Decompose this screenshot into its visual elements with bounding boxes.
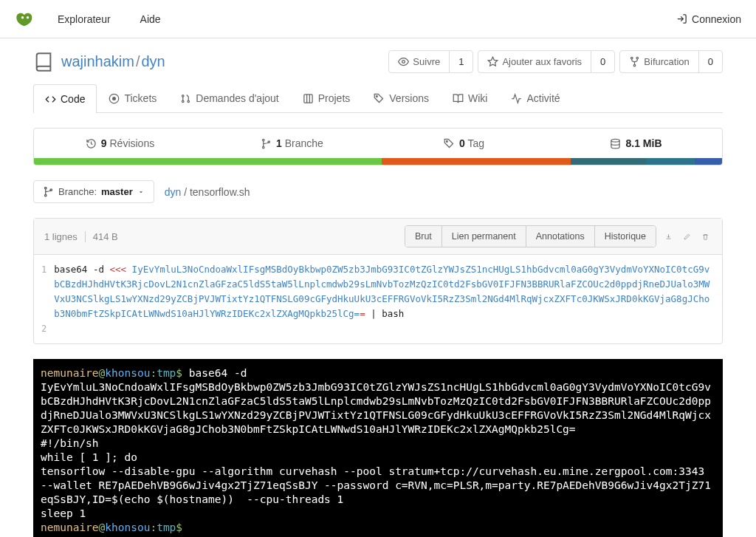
branch-selector[interactable]: Branche: master — [33, 180, 154, 203]
svg-point-8 — [113, 97, 116, 100]
svg-point-6 — [634, 64, 636, 66]
path-file: tensorflow.sh — [190, 186, 250, 198]
login-icon — [676, 13, 687, 24]
eye-icon — [398, 56, 409, 67]
svg-point-19 — [446, 140, 447, 142]
fork-icon — [629, 56, 640, 67]
book-icon — [453, 93, 464, 104]
download-icon[interactable] — [662, 230, 675, 243]
issue-icon — [109, 93, 120, 104]
language-bar — [34, 158, 722, 165]
star-label: Ajouter aux favoris — [502, 56, 582, 67]
gitea-logo[interactable] — [15, 9, 35, 30]
branch-icon — [43, 186, 54, 197]
size-stat: 8.1 MiB — [550, 137, 722, 149]
branch-icon — [261, 138, 272, 149]
tags-stat[interactable]: 0 Tag — [378, 137, 550, 149]
fork-label: Bifurcation — [644, 56, 689, 67]
svg-point-15 — [377, 95, 378, 97]
raw-button[interactable]: Brut — [405, 226, 442, 247]
project-icon — [303, 93, 314, 104]
commits-stat[interactable]: 9 Révisions — [34, 137, 206, 149]
delete-icon[interactable] — [699, 230, 712, 243]
fork-count: 0 — [698, 51, 722, 72]
star-count: 0 — [591, 51, 614, 72]
file-view: 1 lignes 414 B Brut Lien permanent Annot… — [33, 218, 723, 344]
watch-count: 1 — [449, 51, 472, 72]
svg-point-5 — [636, 57, 639, 59]
file-lines: 1 lignes — [44, 231, 86, 242]
login-link[interactable]: Connexion — [676, 13, 741, 25]
terminal-input: IyEvYmluL3NoCndoaWxlIFsgMSBdOyBkbwp0ZW5z… — [41, 381, 711, 435]
svg-point-20 — [611, 139, 619, 142]
tab-projects[interactable]: Projets — [291, 83, 362, 112]
repo-name-link[interactable]: dyn — [142, 53, 165, 69]
repo-owner-link[interactable]: wajinhakim — [61, 53, 134, 69]
activity-icon — [511, 93, 522, 104]
svg-point-10 — [182, 100, 185, 103]
top-nav: Explorateur Aide Connexion — [0, 0, 756, 38]
branch-prefix: Branche: — [58, 186, 97, 197]
permalink-button[interactable]: Lien permanent — [442, 226, 526, 247]
tab-releases[interactable]: Versions — [362, 83, 441, 112]
svg-point-11 — [188, 100, 190, 103]
file-meta: 1 lignes 414 B — [44, 231, 118, 242]
history-icon — [86, 138, 97, 149]
tab-issues[interactable]: Tickets — [97, 83, 168, 112]
repo-stats: 9 Révisions 1 Branche 0 Tag 8.1 MiB — [33, 128, 723, 165]
pull-icon — [180, 93, 191, 104]
tag-icon — [374, 93, 385, 104]
edit-icon[interactable] — [681, 230, 693, 243]
svg-point-4 — [631, 57, 633, 59]
path-root[interactable]: dyn — [165, 186, 182, 198]
database-icon — [610, 138, 621, 149]
watch-button[interactable]: Suivre 1 — [388, 50, 473, 73]
line-numbers: 1 2 — [34, 259, 54, 339]
code-content: base64 -d <<< IyEvYmluL3NoCndoaWxlIFsgMS… — [54, 259, 722, 339]
tab-pulls[interactable]: Demandes d'ajout — [168, 83, 290, 112]
svg-rect-12 — [304, 94, 312, 102]
terminal-command: base64 -d — [182, 367, 247, 379]
repo-title: wajinhakim/dyn — [61, 53, 165, 70]
svg-point-0 — [21, 16, 24, 18]
svg-point-18 — [263, 146, 265, 148]
login-label: Connexion — [692, 13, 741, 25]
code-icon — [45, 94, 56, 105]
breadcrumb: dyn / tensorflow.sh — [165, 186, 250, 198]
slash: / — [136, 53, 140, 69]
svg-point-23 — [45, 194, 47, 196]
file-size: 414 B — [93, 231, 118, 242]
branch-name: master — [101, 186, 133, 197]
star-icon — [487, 56, 498, 67]
branches-stat[interactable]: 1 Branche — [206, 137, 378, 149]
fork-button[interactable]: Bifurcation 0 — [619, 50, 723, 73]
svg-point-2 — [402, 61, 405, 64]
chevron-down-icon — [137, 188, 145, 196]
svg-marker-3 — [489, 57, 498, 66]
tab-code[interactable]: Code — [33, 84, 97, 113]
tags-icon — [444, 138, 455, 149]
terminal-output: #!/bin/sh — [41, 437, 99, 449]
nav-help[interactable]: Aide — [140, 13, 161, 25]
tab-activity[interactable]: Activité — [499, 83, 571, 112]
tab-wiki[interactable]: Wiki — [441, 83, 499, 112]
svg-point-9 — [182, 95, 185, 97]
repo-tabs: Code Tickets Demandes d'ajout Projets Ve… — [33, 83, 723, 113]
repo-icon — [33, 52, 54, 72]
history-button[interactable]: Historique — [595, 226, 656, 247]
nav-explorer[interactable]: Explorateur — [58, 13, 111, 25]
svg-point-1 — [27, 16, 30, 18]
terminal: nemunaire@khonsou:tmp$ base64 -d IyEvYml… — [33, 359, 723, 537]
repo-header: wajinhakim/dyn Suivre 1 Ajouter aux favo… — [33, 50, 723, 73]
star-button[interactable]: Ajouter aux favoris 0 — [478, 50, 615, 73]
blame-button[interactable]: Annotations — [526, 226, 595, 247]
svg-point-16 — [263, 139, 265, 141]
svg-point-21 — [45, 187, 47, 189]
watch-label: Suivre — [413, 56, 440, 67]
